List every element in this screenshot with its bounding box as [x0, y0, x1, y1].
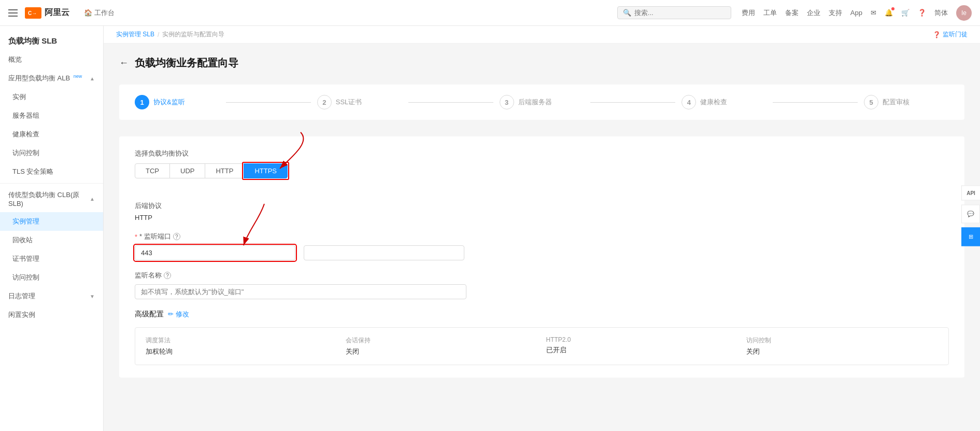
nav-record[interactable]: 备案: [785, 8, 799, 18]
nav-message-icon[interactable]: ✉: [871, 9, 876, 17]
step-label-3: 后端服务器: [518, 98, 552, 107]
nav-search: 🔍: [617, 6, 731, 19]
sidebar-item-health-check[interactable]: 健康检查: [0, 125, 103, 144]
config-label-0: 调度算法: [146, 336, 337, 345]
nav-cart-icon[interactable]: 🛒: [901, 9, 910, 17]
notification-dot: [891, 7, 894, 10]
logo-text: 阿里云: [45, 7, 69, 18]
step-4: 4 健康检查: [681, 95, 766, 109]
advanced-config-box: 调度算法 加权轮询 会话保持 关闭 HTTP2.0 已开启: [135, 327, 949, 365]
form-section: 选择负载均衡协议 TCP UDP HTTP HTTPS: [119, 136, 964, 378]
sidebar-item-tls[interactable]: TLS 安全策略: [0, 162, 103, 181]
alb-children: 实例 服务器组 健康检查 访问控制 TLS 安全策略: [0, 88, 103, 181]
chat-icon: 💬: [967, 211, 974, 217]
nav-help-icon[interactable]: ❓: [918, 9, 926, 17]
edit-link[interactable]: ✏ 修改: [168, 310, 189, 319]
protocol-label: 选择负载均衡协议: [135, 149, 949, 158]
name-input[interactable]: [135, 284, 466, 299]
clb-collapse-icon: ▲: [90, 196, 95, 202]
breadcrumb: 实例管理 SLB / 实例的监听与配置向导 ❓ 监听门徒: [104, 26, 980, 44]
nav-support[interactable]: 支持: [829, 8, 842, 18]
page-help-link[interactable]: ❓ 监听门徒: [933, 30, 968, 39]
step-line-2: [408, 102, 493, 103]
search-icon: 🔍: [623, 9, 631, 17]
advanced-config-grid: 调度算法 加权轮询 会话保持 关闭 HTTP2.0 已开启: [146, 336, 938, 356]
logo-icon: C→: [25, 7, 41, 19]
sidebar-divider: [0, 183, 103, 184]
hamburger-menu-icon[interactable]: [8, 8, 19, 18]
step-label-1: 协议&监听: [153, 98, 185, 107]
nav-app[interactable]: App: [850, 9, 862, 17]
sidebar-section-log[interactable]: 日志管理 ▼: [0, 287, 103, 305]
sidebar-item-server-group[interactable]: 服务器组: [0, 106, 103, 125]
sidebar-item-access-ctrl[interactable]: 访问控制: [0, 268, 103, 287]
name-field-group: 监听名称 ?: [135, 271, 949, 299]
nav-actions: 费用 工单 备案 企业 支持 App ✉ 🔔 🛒 ❓ 简体 Ie: [742, 5, 972, 21]
step-circle-4: 4: [681, 95, 696, 109]
page-title: 负载均衡业务配置向导: [135, 56, 238, 70]
page-content: ← 负载均衡业务配置向导 1 协议&监听 2 SSL证书: [104, 44, 980, 390]
nav-enterprise[interactable]: 企业: [807, 8, 820, 18]
grid-icon: ⊞: [969, 233, 973, 240]
step-line-1: [226, 102, 311, 103]
api-float-btn[interactable]: API: [961, 185, 980, 200]
name-help-icon[interactable]: ?: [164, 272, 171, 279]
config-value-3: 关闭: [746, 347, 938, 356]
step-label-5: 配置审核: [883, 98, 910, 107]
nav-cost[interactable]: 费用: [742, 8, 755, 18]
protocol-http[interactable]: HTTP: [205, 163, 244, 178]
breadcrumb-sep: /: [158, 31, 159, 38]
protocol-group: TCP UDP HTTP HTTPS: [135, 163, 288, 178]
config-label-1: 会话保持: [346, 336, 537, 345]
breadcrumb-item-0[interactable]: 实例管理 SLB: [116, 30, 154, 39]
config-value-0: 加权轮询: [146, 347, 337, 356]
config-label-2: HTTP2.0: [546, 336, 738, 343]
sidebar-title: 负载均衡 SLB: [0, 30, 103, 50]
step-line-3: [590, 102, 675, 103]
sidebar-section-clb[interactable]: 传统型负载均衡 CLB(原SLB) ▲: [0, 186, 103, 212]
workbench-link[interactable]: 🏠 工作台: [80, 6, 119, 20]
arrow-to-port: [238, 204, 290, 251]
nav-ticket[interactable]: 工单: [763, 8, 777, 18]
config-item-2: HTTP2.0 已开启: [546, 336, 738, 356]
user-avatar[interactable]: Ie: [956, 5, 972, 21]
search-box[interactable]: 🔍: [617, 6, 731, 19]
alb-new-badge: new: [74, 74, 82, 79]
workbench-label: 工作台: [94, 8, 115, 18]
step-label-2: SSL证书: [336, 98, 362, 107]
alb-collapse-icon: ▲: [90, 76, 95, 81]
step-line-4: [773, 102, 858, 103]
sidebar-item-cert-mgmt[interactable]: 证书管理: [0, 249, 103, 268]
nav-lang[interactable]: 简体: [934, 8, 948, 18]
grid-float-btn[interactable]: ⊞: [961, 227, 980, 246]
nav-bell-icon[interactable]: 🔔: [885, 9, 893, 17]
advanced-config-title: 高级配置 ✏ 修改: [135, 310, 949, 319]
sidebar-item-recycle[interactable]: 回收站: [0, 231, 103, 249]
step-label-4: 健康检查: [700, 98, 727, 107]
nav-logo: C→ 阿里云: [25, 7, 69, 19]
step-5: 5 配置审核: [864, 95, 949, 109]
sidebar-section-alb[interactable]: 应用型负载均衡 ALB new ▲: [0, 69, 103, 88]
arrow-to-https: [269, 132, 332, 174]
sidebar-item-idle[interactable]: 闲置实例: [0, 305, 103, 324]
step-circle-3: 3: [500, 95, 514, 109]
config-value-2: 已开启: [546, 345, 738, 355]
sidebar-item-access-control[interactable]: 访问控制: [0, 144, 103, 162]
protocol-udp[interactable]: UDP: [169, 163, 205, 178]
protocol-tcp[interactable]: TCP: [135, 163, 170, 178]
name-label: 监听名称 ?: [135, 271, 949, 280]
breadcrumb-item-1: 实例的监听与配置向导: [162, 30, 224, 39]
log-collapse-icon: ▼: [90, 294, 95, 299]
sidebar-item-overview[interactable]: 概览: [0, 50, 103, 69]
port-input-secondary[interactable]: [304, 245, 464, 260]
chat-float-btn[interactable]: 💬: [961, 204, 980, 223]
port-help-icon[interactable]: ?: [173, 233, 180, 240]
step-circle-1: 1: [135, 95, 149, 109]
sidebar: 负载均衡 SLB 概览 应用型负载均衡 ALB new ▲ 实例 服务器组 健康…: [0, 26, 104, 431]
config-value-1: 关闭: [346, 347, 537, 356]
step-2: 2 SSL证书: [317, 95, 402, 109]
search-input[interactable]: [634, 9, 726, 17]
back-button[interactable]: ←: [119, 58, 129, 68]
sidebar-item-instance-mgmt[interactable]: 实例管理: [0, 212, 103, 231]
sidebar-item-instance[interactable]: 实例: [0, 88, 103, 106]
